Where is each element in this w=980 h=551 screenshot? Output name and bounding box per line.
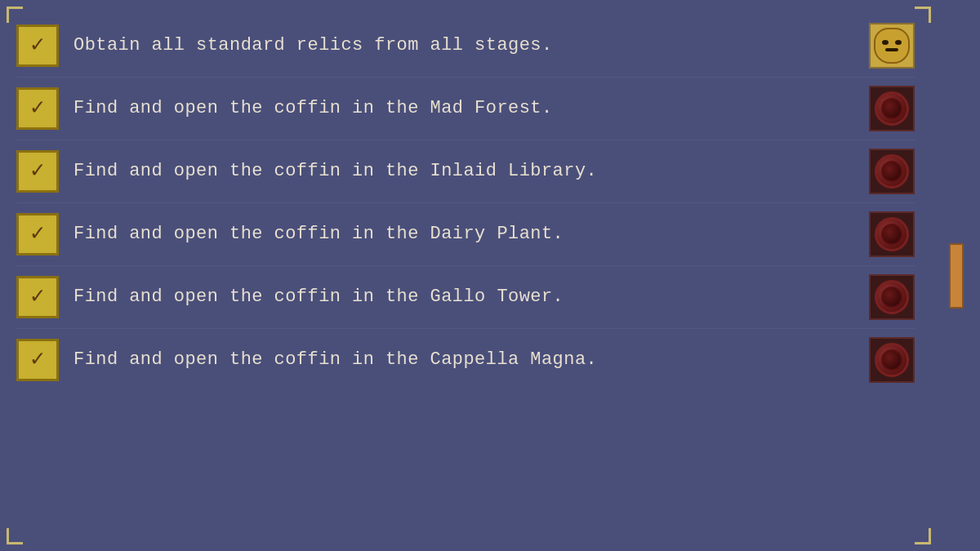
quest-item-gallo-tower: Find and open the coffin in the Gallo To… — [16, 266, 915, 329]
quest-icon-relic-gallo-tower — [869, 274, 915, 320]
quest-text-cappella-magna: Find and open the coffin in the Cappella… — [74, 348, 854, 372]
quest-icon-relic-mad-forest — [869, 86, 915, 131]
corner-bracket-br — [915, 528, 931, 544]
checkbox-inlaid-library[interactable] — [16, 150, 59, 193]
quest-item-cappella-magna: Find and open the coffin in the Cappella… — [16, 329, 915, 391]
quest-icon-relic-inlaid-library — [869, 149, 915, 194]
quest-list: Obtain all standard relics from all stag… — [0, 8, 980, 398]
quest-item-dairy-plant: Find and open the coffin in the Dairy Pl… — [16, 203, 915, 266]
quest-text-mad-forest: Find and open the coffin in the Mad Fore… — [74, 96, 854, 121]
checkbox-cappella-magna[interactable] — [16, 339, 59, 381]
quest-icon-relic-cappella-magna — [869, 337, 915, 383]
checkbox-dairy-plant[interactable] — [16, 213, 59, 256]
quest-icon-relic-dairy-plant — [869, 211, 915, 257]
checkbox-gallo-tower[interactable] — [16, 276, 59, 318]
corner-bracket-tr — [915, 7, 931, 23]
quest-text-dairy-plant: Find and open the coffin in the Dairy Pl… — [74, 222, 854, 247]
corner-bracket-bl — [7, 528, 23, 544]
quest-item-relics: Obtain all standard relics from all stag… — [16, 15, 915, 78]
quest-icon-mask — [869, 23, 915, 69]
scrollbar[interactable] — [949, 243, 964, 309]
quest-text-gallo-tower: Find and open the coffin in the Gallo To… — [74, 285, 854, 309]
corner-bracket-tl — [7, 7, 23, 23]
main-container: Obtain all standard relics from all stag… — [0, 0, 980, 551]
quest-item-mad-forest: Find and open the coffin in the Mad Fore… — [16, 78, 915, 140]
checkbox-relics[interactable] — [16, 24, 59, 67]
quest-text-relics: Obtain all standard relics from all stag… — [74, 33, 854, 58]
quest-text-inlaid-library: Find and open the coffin in the Inlaid L… — [74, 159, 854, 184]
checkbox-mad-forest[interactable] — [16, 87, 59, 130]
quest-item-inlaid-library: Find and open the coffin in the Inlaid L… — [16, 140, 915, 203]
